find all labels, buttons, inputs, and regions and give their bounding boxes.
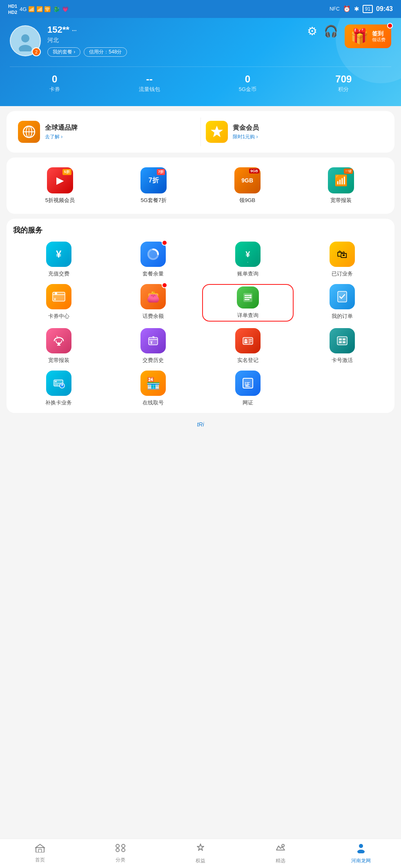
service-icon[interactable]: 🎧 — [324, 24, 338, 38]
svg-rect-44 — [38, 849, 42, 852]
nav-profile[interactable]: 河南龙网 — [321, 839, 401, 868]
alarm-icon: ⏰ — [343, 5, 351, 13]
service-detail-bill-icon — [237, 286, 259, 309]
time-display: 09:43 — [376, 5, 393, 13]
message-icon[interactable] — [387, 23, 393, 29]
nav-featured-icon — [275, 843, 286, 856]
battery-icon: 91 — [363, 5, 373, 13]
nav-category[interactable]: 分类 — [80, 839, 160, 868]
package-tag[interactable]: 我的套餐 › — [47, 47, 80, 57]
svg-text:证: 证 — [245, 382, 250, 388]
stat-券[interactable]: 0 卡券 — [49, 73, 60, 93]
svg-rect-35 — [343, 341, 345, 343]
svg-point-0 — [21, 34, 29, 42]
signal-icons: 4G 📶 📶 🛜 — [20, 6, 51, 12]
service-bill[interactable]: ¥ · 账单查询 — [202, 242, 294, 277]
service-empty — [297, 371, 388, 406]
service-coupon[interactable]: ¥ 卡券中心 — [13, 284, 105, 322]
nav-home[interactable]: 首页 — [0, 839, 80, 868]
svg-marker-6 — [211, 126, 223, 137]
nav-category-label: 分类 — [116, 857, 125, 864]
nav-rights[interactable]: 权益 — [160, 839, 241, 868]
svg-point-51 — [357, 850, 365, 853]
svg-point-27 — [244, 342, 247, 343]
nav-home-icon — [35, 844, 45, 855]
avatar-wrap[interactable]: 2 — [10, 25, 41, 56]
brand-item-gold[interactable]: 黄金会员 限时1元购 › — [201, 118, 388, 146]
quick-video[interactable]: ▶ 5折 5折视频会员 — [19, 167, 101, 204]
service-replace-card[interactable]: 补换卡业务 — [13, 371, 105, 406]
watermark: tRi — [0, 418, 401, 431]
svg-rect-37 — [55, 381, 57, 382]
sign-in-button[interactable]: 🎁 签到 领话费 — [345, 24, 391, 48]
services-grid: ¥ 充值交费 套餐余量 ¥ · 账单查询 🛍 — [13, 242, 388, 406]
profile-tags: 我的套餐 › 信用分：548分 — [47, 47, 127, 57]
nav-featured[interactable]: 精选 — [241, 839, 321, 868]
sign-in-bag-icon: 🎁 — [350, 28, 369, 45]
service-balance[interactable]: 👛 话费余额 — [108, 284, 199, 322]
profile-info: 152** ··· 河北 我的套餐 › 信用分：548分 — [47, 24, 127, 57]
service-online-number[interactable]: 🏪 在线取号 — [108, 371, 199, 406]
quick-row: ▶ 5折 5折视频会员 7折 7折 5G套餐7折 9GB 9GB 领9GB 📶 … — [13, 164, 388, 207]
brand-item-global[interactable]: 全球通品牌 去了解 › — [13, 118, 201, 146]
svg-rect-32 — [339, 338, 342, 340]
credit-tag[interactable]: 信用分：548分 — [84, 47, 127, 57]
status-bar: HD1HD2 4G 📶 📶 🛜 🐉 💗 NFC ⏰ ✱ 91 09:43 — [0, 0, 401, 18]
service-package-icon — [140, 242, 166, 267]
carrier-icon: 🐉 — [53, 6, 60, 12]
service-subscribed-icon: 🛍 — [330, 242, 355, 267]
nfc-icon: NFC — [330, 6, 340, 12]
svg-rect-33 — [343, 338, 345, 340]
service-broadband[interactable]: 宽带报装 — [13, 328, 105, 364]
service-detail-bill[interactable]: 详单查询 — [202, 284, 294, 322]
nav-profile-label: 河南龙网 — [351, 857, 371, 864]
bottom-nav: 首页 分类 权益 精选 — [0, 839, 401, 868]
svg-point-50 — [359, 844, 363, 848]
svg-rect-34 — [339, 341, 342, 343]
service-subscribed[interactable]: 🛍 已订业务 — [297, 242, 388, 277]
service-recharge[interactable]: ¥ 充值交费 — [13, 242, 105, 277]
service-recharge-icon: ¥ — [46, 242, 71, 267]
brand-gold-icon — [206, 121, 228, 143]
service-online-number-icon: 🏪 — [140, 371, 166, 396]
svg-rect-31 — [337, 337, 347, 345]
service-activate[interactable]: 卡号激活 — [297, 328, 388, 364]
nav-home-label: 首页 — [35, 857, 45, 864]
hd-label: HD1HD2 — [8, 3, 17, 15]
service-my-orders-icon — [330, 284, 355, 309]
my-services-section: 我的服务 ¥ 充值交费 套餐余量 ¥ · 账 — [7, 219, 394, 413]
brand-gold-text: 黄金会员 限时1元购 › — [233, 124, 259, 140]
stat-5g金币[interactable]: 0 5G金币 — [239, 73, 256, 93]
svg-point-47 — [116, 848, 119, 852]
sign-in-text: 签到 领话费 — [372, 30, 385, 42]
svg-point-48 — [122, 848, 125, 852]
quick-5g-package[interactable]: 7折 7折 5G套餐7折 — [112, 167, 195, 204]
stat-流量[interactable]: -- 流量钱包 — [139, 73, 160, 93]
stats-row: 0 卡券 -- 流量钱包 0 5G金币 709 积分 — [10, 67, 391, 93]
balance-badge — [162, 282, 167, 288]
brand-section: 全球通品牌 去了解 › 黄金会员 限时1元购 › — [7, 111, 394, 153]
service-bill-icon: ¥ · — [235, 242, 261, 267]
svg-point-16 — [250, 295, 252, 297]
nav-rights-label: 权益 — [196, 857, 205, 864]
service-pay-history[interactable]: ¥ 交费历史 — [108, 328, 199, 364]
quick-9gb[interactable]: 9GB 9GB 领9GB — [206, 167, 289, 204]
quick-5g-icon: 7折 7折 — [140, 167, 167, 193]
quick-broadband-icon: 📶 一键 — [328, 167, 354, 193]
nav-featured-label: 精选 — [276, 857, 285, 864]
stat-积分[interactable]: 709 积分 — [335, 73, 352, 93]
svg-point-17 — [250, 297, 252, 299]
quick-video-icon: ▶ 5折 — [47, 167, 73, 193]
svg-point-10 — [55, 292, 57, 295]
service-my-orders[interactable]: 我的订单 — [297, 284, 388, 322]
profile-name: 152** ··· — [47, 24, 127, 35]
brand-global-icon — [18, 121, 40, 143]
service-real-name[interactable]: 实名登记 — [202, 328, 294, 364]
quick-broadband[interactable]: 📶 一键 宽带报装 — [300, 167, 382, 204]
svg-point-26 — [245, 339, 247, 341]
service-package[interactable]: 套餐余量 — [108, 242, 199, 277]
service-net-cert[interactable]: 证 网证 — [202, 371, 294, 406]
settings-icon[interactable]: ⚙ — [307, 24, 317, 38]
service-pay-history-icon: ¥ — [140, 328, 166, 353]
svg-point-49 — [282, 844, 284, 847]
